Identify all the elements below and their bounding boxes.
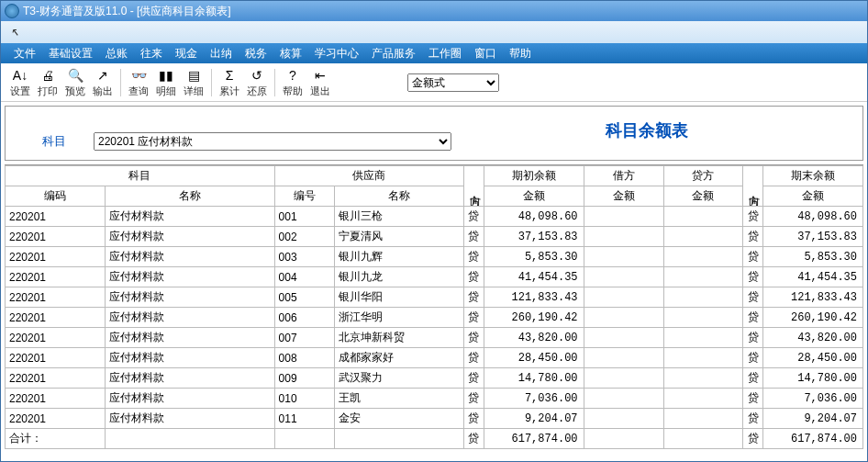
cell-vcode: 003: [274, 247, 334, 267]
tb-btn-label: 查询: [128, 85, 149, 98]
cell-dir: 贷: [464, 368, 484, 389]
table-row[interactable]: 220201应付材料款010王凯贷7,036.00贷7,036.00: [6, 389, 863, 409]
table-row[interactable]: 220201应付材料款006浙江华明贷260,190.42贷260,190.42: [6, 308, 863, 328]
tb-btn-预览[interactable]: 🔍预览: [61, 65, 89, 100]
cell-amt: 7,036.00: [763, 389, 863, 409]
cell-vname: 宁夏清风: [334, 227, 463, 247]
cell-amt: [663, 247, 743, 267]
cell-code: 合计：: [6, 429, 106, 449]
tb-btn-label: 还原: [247, 85, 267, 98]
menu-item-0[interactable]: 文件: [14, 46, 36, 62]
cell-vname: 金安: [334, 409, 463, 429]
cell-amt: 41,454.35: [484, 267, 584, 287]
cell-amt: [584, 267, 663, 287]
cell-vcode: 002: [274, 227, 334, 247]
cell-amt: [663, 267, 743, 287]
cell-amt: 617,874.00: [763, 429, 863, 449]
cell-amt: 41,454.35: [763, 267, 863, 287]
header-close-amt: 金额: [763, 186, 863, 207]
amount-mode-wrap: 金额式: [407, 73, 499, 92]
cell-dir: 贷: [743, 328, 763, 348]
table-row[interactable]: 220201应付材料款008成都家家好贷28,450.00贷28,450.00: [6, 348, 863, 368]
tb-btn-打印[interactable]: 🖨打印: [34, 65, 61, 100]
header-open: 期初余额: [484, 166, 584, 186]
cell-vcode: 009: [274, 368, 334, 389]
menu-item-12[interactable]: 帮助: [509, 46, 531, 62]
table-row[interactable]: 合计：贷617,874.00贷617,874.00: [6, 429, 863, 449]
cell-vname: 成都家家好: [334, 348, 463, 368]
cell-vname: 银川华阳: [334, 287, 463, 308]
cell-code: 220201: [6, 328, 106, 348]
table-row[interactable]: 220201应付材料款009武汉聚力贷14,780.00贷14,780.00: [6, 368, 863, 389]
打印-icon: 🖨: [39, 67, 56, 84]
cell-amt: [584, 247, 663, 267]
cell-amt: 5,853.30: [763, 247, 863, 267]
cell-dir: 贷: [743, 308, 763, 328]
menu-item-9[interactable]: 产品服务: [372, 46, 416, 62]
menu-item-3[interactable]: 往来: [140, 46, 162, 62]
header-credit-amt: 金额: [663, 186, 743, 207]
cell-dir: 贷: [464, 348, 484, 368]
cell-amt: 28,450.00: [484, 348, 584, 368]
cell-amt: 14,780.00: [763, 368, 863, 389]
cell-vname: 浙江华明: [334, 308, 463, 328]
cell-name: 应付材料款: [105, 389, 274, 409]
帮助-icon: ?: [284, 67, 301, 84]
subject-select[interactable]: 220201 应付材料款: [94, 132, 451, 151]
table-row[interactable]: 220201应付材料款011金安贷9,204.07贷9,204.07: [6, 409, 863, 429]
cell-amt: [663, 429, 743, 449]
menu-item-7[interactable]: 核算: [280, 46, 302, 62]
table-row[interactable]: 220201应付材料款007北京坤新科贸贷43,820.00贷43,820.00: [6, 328, 863, 348]
cell-amt: 9,204.07: [763, 409, 863, 429]
cursor-icon: ↖: [10, 26, 19, 39]
cell-code: 220201: [6, 227, 106, 247]
cell-amt: 121,833.43: [763, 287, 863, 308]
table-row[interactable]: 220201应付材料款001银川三枪贷48,098.60贷48,098.60: [6, 207, 863, 227]
tb-btn-帮助[interactable]: ?帮助: [279, 65, 306, 100]
menu-item-1[interactable]: 基础设置: [49, 46, 93, 62]
tb-btn-详细[interactable]: ▤详细: [180, 65, 207, 100]
cell-amt: [663, 227, 743, 247]
cell-name: 应付材料款: [105, 267, 274, 287]
cell-vcode: 008: [274, 348, 334, 368]
tb-btn-累计[interactable]: Σ累计: [216, 65, 243, 100]
header-section: 科目余额表 科目 220201 应付材料款: [5, 106, 863, 161]
明细-icon: ▮▮: [158, 67, 174, 84]
menu-item-8[interactable]: 学习中心: [315, 46, 359, 62]
menu-item-10[interactable]: 工作圈: [428, 46, 462, 62]
cell-dir: 贷: [743, 409, 763, 429]
table-row[interactable]: 220201应付材料款003银川九辉贷5,853.30贷5,853.30: [6, 247, 863, 267]
cell-code: 220201: [6, 287, 106, 308]
report-title: 科目余额表: [606, 119, 688, 141]
tb-btn-输出[interactable]: ↗输出: [89, 65, 117, 100]
cell-code: 220201: [6, 409, 106, 429]
menu-item-5[interactable]: 出纳: [210, 46, 232, 62]
tb-btn-设置[interactable]: A↓设置: [6, 65, 34, 100]
cell-amt: 121,833.43: [484, 287, 584, 308]
amount-mode-select[interactable]: 金额式: [407, 73, 499, 92]
table-row[interactable]: 220201应付材料款005银川华阳贷121,833.43贷121,833.43: [6, 287, 863, 308]
cell-amt: [584, 227, 663, 247]
table-row[interactable]: 220201应付材料款002宁夏清风贷37,153.83贷37,153.83: [6, 227, 863, 247]
还原-icon: ↺: [249, 67, 265, 84]
header-name: 名称: [105, 186, 274, 207]
menu-item-2[interactable]: 总账: [106, 46, 128, 62]
cell-name: 应付材料款: [105, 308, 274, 328]
cell-amt: 48,098.60: [763, 207, 863, 227]
cell-dir: 贷: [464, 267, 484, 287]
cell-amt: [584, 287, 663, 308]
cell-amt: 28,450.00: [763, 348, 863, 368]
cell-code: 220201: [6, 267, 106, 287]
tb-btn-退出[interactable]: ⇤退出: [306, 65, 334, 100]
table-row[interactable]: 220201应付材料款004银川九龙贷41,454.35贷41,454.35: [6, 267, 863, 287]
menu-item-11[interactable]: 窗口: [474, 46, 496, 62]
menu-item-6[interactable]: 税务: [245, 46, 267, 62]
menu-item-4[interactable]: 现金: [175, 46, 197, 62]
tb-btn-label: 累计: [219, 85, 239, 98]
tb-btn-label: 帮助: [283, 85, 303, 98]
tb-btn-label: 设置: [10, 85, 30, 98]
tb-btn-还原[interactable]: ↺还原: [243, 65, 271, 100]
tb-btn-查询[interactable]: 👓查询: [125, 65, 152, 100]
cell-dir: 贷: [464, 227, 484, 247]
tb-btn-明细[interactable]: ▮▮明细: [152, 65, 180, 100]
